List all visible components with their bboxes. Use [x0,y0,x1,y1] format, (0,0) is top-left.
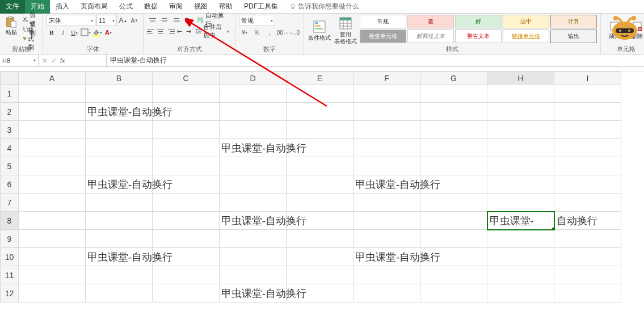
style-check[interactable]: 检查单元格 [360,30,406,43]
align-top-button[interactable] [147,15,158,25]
cell-B6[interactable]: 甲虫课堂-自动换行 [86,175,153,194]
currency-button[interactable]: ¥▾ [239,27,250,37]
style-bad[interactable]: 差 [407,15,454,28]
svg-rect-15 [315,22,318,24]
align-right-button[interactable] [166,26,175,36]
spreadsheet-grid[interactable]: A B C D E F G H I 1 2甲虫课堂-自动换行 3 4甲虫课堂-自… [0,72,644,302]
style-neutral[interactable]: 适中 [503,15,549,28]
cell-H8[interactable]: 甲虫课堂- [487,212,554,230]
format-painter-button[interactable]: 格式刷 [22,34,39,43]
select-all-button[interactable] [1,72,19,85]
col-header-C[interactable]: C [153,72,220,85]
cell-I8-overflow[interactable]: 自动换行 [554,212,621,230]
tell-me-search[interactable]: 告诉我你想要做什么 [284,0,365,14]
col-header-E[interactable]: E [287,72,353,85]
cell-D4[interactable]: 甲虫课堂-自动换行 [220,139,287,157]
comma-button[interactable]: , [264,27,275,37]
col-header-H[interactable]: H [487,72,554,85]
cell-F6[interactable]: 甲虫课堂-自动换行 [353,175,420,194]
row-header-12[interactable]: 12 [1,284,19,302]
underline-button[interactable]: U▾ [69,27,79,37]
svg-rect-19 [340,18,351,20]
font-name-select[interactable]: 宋体▾ [47,15,95,26]
tab-formulas[interactable]: 公式 [113,0,138,14]
cell-D12[interactable]: 甲虫课堂-自动换行 [220,284,287,302]
cancel-formula-button[interactable]: ✕ [42,57,48,65]
group-clipboard: 粘贴 剪切 复制 格式刷 剪贴板 [0,14,43,54]
cell-F10[interactable]: 甲虫课堂-自动换行 [353,248,420,266]
paste-button[interactable]: 粘贴 [3,15,19,47]
style-normal[interactable]: 常规 [360,15,406,28]
decrease-font-button[interactable]: A▼ [129,15,140,26]
merge-center-button[interactable]: 合并后居中▾ [193,26,231,36]
fx-icon[interactable]: fx [60,57,65,64]
decrease-indent-button[interactable]: ⇤ [176,26,183,36]
enter-formula-button[interactable]: ✓ [51,57,57,65]
style-good[interactable]: 好 [455,15,502,28]
increase-decimal-button[interactable]: .00→ [276,27,288,37]
align-center-button[interactable] [157,26,165,36]
style-warn[interactable]: 警告文本 [455,30,502,43]
increase-font-button[interactable]: A▲ [118,15,128,26]
row-header-1[interactable]: 1 [1,85,19,103]
align-left-button[interactable] [147,26,155,36]
fill-color-button[interactable]: ▾ [92,27,102,37]
decrease-decimal-button[interactable]: ←.0 [289,27,300,37]
row-header-10[interactable]: 10 [1,248,19,266]
svg-rect-3 [9,16,11,19]
align-middle-button[interactable] [159,15,170,25]
svg-rect-8 [24,28,27,32]
style-link[interactable]: 链接单元格 [503,30,549,43]
cell-B2[interactable]: 甲虫课堂-自动换行 [86,103,153,121]
font-size-select[interactable]: 11▾ [96,15,117,26]
group-alignment: ⟲▾ 自动换行 ⇤ ⇥ 合并后居中▾ 对齐方式 [144,14,235,54]
group-label-styles: 样式 [304,45,600,53]
row-header-9[interactable]: 9 [1,230,19,248]
formula-input[interactable]: 甲虫课堂-自动换行 [107,54,644,66]
percent-button[interactable]: % [251,27,263,37]
col-header-G[interactable]: G [420,72,487,85]
number-format-select[interactable]: 常规▾ [239,15,275,26]
row-header-8[interactable]: 8 [1,212,19,230]
tab-review[interactable]: 审阅 [163,0,188,14]
italic-button[interactable]: I [58,27,68,37]
row-header-2[interactable]: 2 [1,103,19,121]
col-header-A[interactable]: A [19,72,86,85]
svg-point-6 [26,20,28,22]
cell-styles-gallery[interactable]: 常规 差 好 适中 计算 检查单元格 解释性文本 警告文本 链接单元格 输出 [360,15,597,47]
font-color-button[interactable]: A▾ [103,27,113,37]
svg-rect-16 [315,25,321,27]
col-header-B[interactable]: B [86,72,153,85]
conditional-formatting-button[interactable]: 条件格式 [308,15,331,47]
svg-rect-17 [315,28,323,30]
svg-point-33 [632,16,636,20]
align-bottom-button[interactable] [171,15,182,25]
border-button[interactable]: ▾ [81,27,91,37]
tab-page-layout[interactable]: 页面布局 [75,0,113,14]
bold-button[interactable]: B [47,27,57,37]
row-header-11[interactable]: 11 [1,266,19,284]
row-header-7[interactable]: 7 [1,194,19,212]
style-output[interactable]: 输出 [550,30,597,43]
cell-D8[interactable]: 甲虫课堂-自动换行 [220,212,287,230]
tab-insert[interactable]: 插入 [50,0,75,14]
style-explain[interactable]: 解释性文本 [407,30,454,43]
col-header-I[interactable]: I [554,72,621,85]
tab-data[interactable]: 数据 [138,0,163,14]
row-header-4[interactable]: 4 [1,139,19,157]
menu-tab-bar: 文件 开始 插入 页面布局 公式 数据 审阅 视图 帮助 PDF工具集 告诉我你… [0,0,644,14]
tab-pdf-tools[interactable]: PDF工具集 [238,0,284,14]
tab-file[interactable]: 文件 [0,0,25,14]
row-header-3[interactable]: 3 [1,121,19,139]
row-header-5[interactable]: 5 [1,157,19,175]
col-header-F[interactable]: F [353,72,420,85]
group-label-font: 字体 [43,45,143,53]
col-header-D[interactable]: D [220,72,287,85]
cell-B10[interactable]: 甲虫课堂-自动换行 [86,248,153,266]
style-calc[interactable]: 计算 [550,15,597,28]
increase-indent-button[interactable]: ⇥ [184,26,192,36]
orientation-button[interactable]: ⟲▾ [183,15,192,25]
format-as-table-button[interactable]: 套用 表格格式 [334,15,357,47]
row-header-6[interactable]: 6 [1,175,19,194]
name-box[interactable]: H8▾ [0,54,39,66]
